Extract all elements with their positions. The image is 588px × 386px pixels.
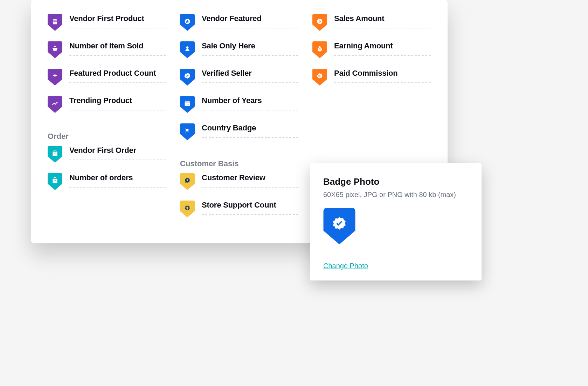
svg-text:%: % [318,74,321,78]
bag-shield-icon [48,146,62,163]
badge-row[interactable]: $Sales Amount [312,14,431,31]
badge-content: Store Support Count [202,201,298,215]
divider [334,55,431,56]
badge-row[interactable]: Vendor First Order [48,146,166,163]
divider [69,110,166,110]
divider [202,28,298,28]
badge-row[interactable]: Featured Product Count [48,69,166,86]
svg-rect-3 [186,100,186,102]
badge-content: Verified Seller [202,69,298,83]
svg-rect-4 [188,100,189,102]
svg-text:$: $ [319,47,321,51]
badge-label: Paid Commission [334,69,431,78]
popup-title: Badge Photo [323,176,468,187]
badge-content: Trending Product [69,96,166,110]
divider [69,82,166,83]
badge-row[interactable]: Number of Years [180,96,298,113]
badge-row[interactable]: $Earning Amount [312,41,431,58]
badge-label: Verified Seller [202,69,298,78]
badge-content: Number of orders [69,173,166,188]
divider [334,82,431,83]
badge-content: Vendor First Order [69,146,166,160]
moneybag-shield-icon: $ [312,41,327,58]
divider [202,187,298,188]
badge-content: Vendor Featured [202,14,298,28]
column-2: Vendor FeaturedSale Only HereVerified Se… [180,14,298,229]
badge-content: Number of Years [202,96,298,110]
badge-label: Sales Amount [334,14,431,23]
section-title: Customer Basis [180,159,298,168]
percent-shield-icon: % [312,69,327,86]
badge-content: Sale Only Here [202,41,298,56]
svg-text:$: $ [319,19,321,23]
divider [69,28,166,28]
badge-row[interactable]: Trending Product [48,96,166,113]
badge-content: Earning Amount [334,41,431,56]
divider [69,187,166,188]
section-title: Order [48,132,166,141]
sparkle-shield-icon [48,69,62,86]
badge-content: Country Badge [202,123,298,138]
badge-label: Store Support Count [202,201,298,210]
gift-shield-icon [48,14,62,31]
badge-row[interactable]: Vendor First Product [48,14,166,31]
badge-content: Vendor First Product [69,14,166,28]
badge-label: Sale Only Here [202,41,298,50]
star-shield-icon [180,14,195,31]
dollar-shield-icon: $ [312,14,327,31]
badge-label: Number of orders [69,173,166,182]
badge-label: Trending Product [69,96,166,105]
popup-subtitle: 60X65 pixel, JPG or PNG with 80 kb (max) [323,191,468,199]
divider [202,82,298,83]
divider [69,55,166,56]
badge-row[interactable]: Store Support Count [180,201,298,217]
badge-row[interactable]: Number of orders [48,173,166,190]
badge-row[interactable]: Vendor Featured [180,14,298,31]
badge-label: Earning Amount [334,41,431,50]
divider [202,137,298,138]
badge-row[interactable]: Number of Item Sold [48,41,166,58]
badge-label: Vendor First Order [69,146,166,155]
svg-point-7 [186,207,188,209]
divider [334,28,431,28]
column-1: Vendor First ProductNumber of Item SoldF… [48,14,166,229]
verified-shield-icon [180,69,195,86]
flag-shield-icon [180,123,195,140]
badge-row[interactable]: Verified Seller [180,69,298,86]
badge-content: Customer Review [202,173,298,188]
review-shield-icon [180,173,195,190]
change-photo-link[interactable]: Change Photo [323,262,368,270]
trend-shield-icon [48,96,62,113]
basket-shield-icon [48,41,62,58]
badge-label: Featured Product Count [69,69,166,78]
badge-row[interactable]: %Paid Commission [312,69,431,86]
support-shield-icon [180,201,195,217]
badge-label: Vendor First Product [69,14,166,23]
badge-label: Number of Years [202,96,298,105]
badge-content: Number of Item Sold [69,41,166,56]
badge-row[interactable]: Country Badge [180,123,298,140]
badge-row[interactable]: Customer Review [180,173,298,190]
badge-label: Number of Item Sold [69,41,166,50]
divider [69,160,166,160]
calendar-shield-icon [180,96,195,113]
badge-label: Vendor Featured [202,14,298,23]
badge-preview [323,208,355,244]
badge-label: Customer Review [202,173,298,182]
badge-label: Country Badge [202,123,298,133]
badge-content: Featured Product Count [69,69,166,83]
badge-photo-popup: Badge Photo 60X65 pixel, JPG or PNG with… [310,163,482,280]
bag-shield-icon [48,173,62,190]
badge-row[interactable]: Sale Only Here [180,41,298,58]
divider [202,110,298,110]
divider [202,214,298,215]
person-shield-icon [180,41,195,58]
badge-content: Sales Amount [334,14,431,28]
badge-content: Paid Commission [334,69,431,83]
divider [202,55,298,56]
